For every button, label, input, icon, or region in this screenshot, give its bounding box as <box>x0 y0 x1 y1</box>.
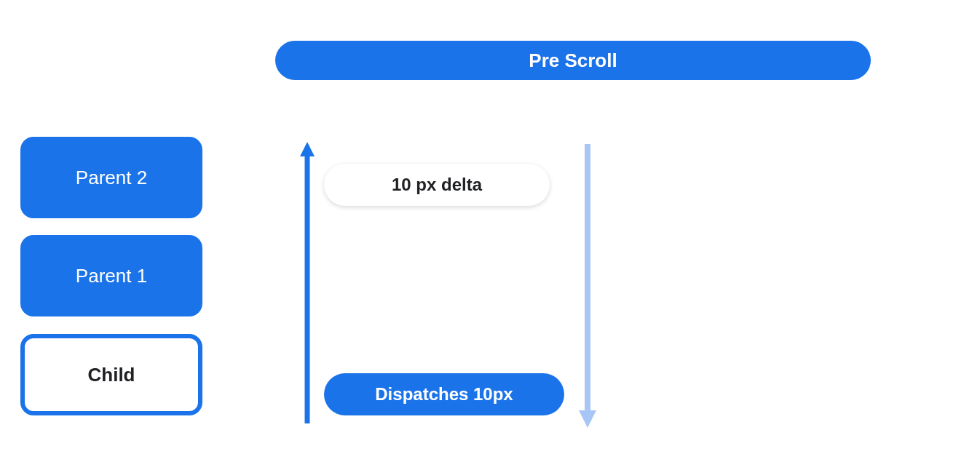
dispatch-tag: Dispatches 10px <box>324 373 564 415</box>
svg-marker-3 <box>579 410 596 428</box>
dispatch-tag-label: Dispatches 10px <box>375 384 513 405</box>
svg-marker-1 <box>300 142 315 156</box>
parent-1-node: Parent 1 <box>20 235 202 316</box>
child-label: Child <box>88 364 135 386</box>
pre-scroll-header-label: Pre Scroll <box>529 49 617 72</box>
downward-arrow-icon <box>579 144 596 428</box>
parent-2-node: Parent 2 <box>20 137 202 218</box>
delta-tag: 10 px delta <box>324 164 550 206</box>
pre-scroll-header: Pre Scroll <box>275 41 871 80</box>
child-node: Child <box>20 334 202 415</box>
parent-1-label: Parent 1 <box>76 265 147 287</box>
upward-arrow-icon <box>300 142 315 423</box>
delta-tag-label: 10 px delta <box>392 175 482 195</box>
parent-2-label: Parent 2 <box>76 167 147 189</box>
